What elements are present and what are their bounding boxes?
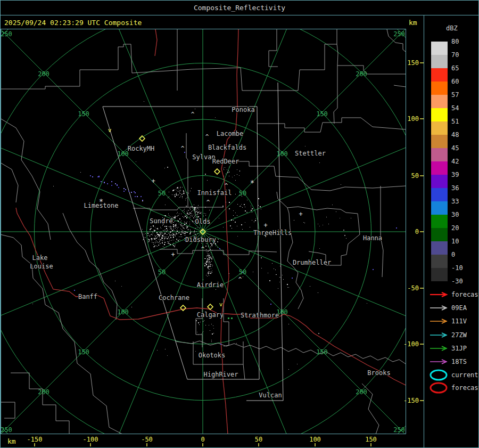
echo-pixel xyxy=(184,238,185,239)
echo-pixel xyxy=(177,213,177,214)
weak-echo-pixel xyxy=(125,189,126,190)
echo-pixel xyxy=(194,233,194,233)
echo-pixel xyxy=(319,226,320,226)
dbz-swatch xyxy=(431,108,448,121)
echo-pixel xyxy=(223,168,224,168)
echo-pixel xyxy=(186,227,187,229)
echo-pixel xyxy=(195,234,196,235)
echo-pixel xyxy=(184,210,184,210)
echo-pixel xyxy=(178,189,179,189)
echo-pixel xyxy=(163,230,163,231)
echo-pixel xyxy=(230,225,231,226)
echo-pixel xyxy=(179,193,180,194)
echo-pixel xyxy=(346,238,346,239)
echo-pixel xyxy=(178,194,179,195)
weak-echo-pixel xyxy=(104,182,105,183)
echo-pixel xyxy=(201,212,202,213)
echo-pixel xyxy=(156,246,156,246)
echo-pixel xyxy=(184,235,185,235)
echo-pixel xyxy=(170,216,170,217)
echo-pixel xyxy=(153,225,154,226)
echo-pixel xyxy=(188,210,188,210)
echo-pixel xyxy=(213,243,214,244)
dbz-swatch xyxy=(431,255,448,268)
ring-distance-label: 150 xyxy=(78,348,89,356)
echo-pixel xyxy=(194,230,195,231)
echo-pixel xyxy=(155,236,156,237)
echo-pixel xyxy=(208,258,208,259)
echo-pixel xyxy=(176,194,177,196)
ring-distance-label: 150 xyxy=(316,348,328,356)
echo-pixel xyxy=(255,220,256,221)
echo-pixel xyxy=(164,238,165,239)
ring-distance-label: 250 xyxy=(393,30,405,38)
echo-pixel xyxy=(209,260,209,261)
echo-pixel xyxy=(176,195,176,196)
echo-pixel xyxy=(176,233,177,234)
caret-marker-icon: ^ xyxy=(238,276,242,283)
echo-pixel xyxy=(209,273,210,273)
echo-pixel xyxy=(169,241,170,241)
legend-ellipse-label: current xyxy=(451,371,478,379)
echo-pixel xyxy=(178,232,179,233)
echo-pixel xyxy=(182,196,183,197)
echo-pixel xyxy=(236,343,237,344)
echo-pixel xyxy=(153,239,153,239)
legend-arrow-label: 27ZW xyxy=(451,331,467,339)
echo-pixel xyxy=(235,180,236,181)
echo-pixel xyxy=(205,214,206,214)
echo-pixel xyxy=(174,229,174,229)
echo-pixel xyxy=(208,260,208,260)
echo-pixel xyxy=(224,169,224,170)
ring-distance-label: 150 xyxy=(78,110,89,118)
echo-pixel xyxy=(167,231,168,231)
echo-pixel xyxy=(197,208,197,208)
echo-pixel xyxy=(207,260,208,261)
echo-pixel xyxy=(205,262,205,263)
echo-pixel xyxy=(209,259,210,260)
echo-pixel xyxy=(195,208,195,208)
echo-pixel xyxy=(176,239,177,240)
echo-pixel xyxy=(204,264,204,264)
echo-pixel xyxy=(218,239,218,239)
echo-pixel xyxy=(210,273,211,274)
echo-pixel xyxy=(170,231,170,232)
echo-pixel xyxy=(142,229,143,230)
echo-pixel xyxy=(207,258,208,259)
echo-pixel xyxy=(145,233,146,234)
echo-pixel xyxy=(229,176,229,176)
echo-pixel xyxy=(152,239,152,240)
weak-echo-dot xyxy=(270,304,271,305)
weak-echo-dot xyxy=(74,290,75,291)
echo-pixel xyxy=(208,259,209,259)
echo-pixel xyxy=(195,213,195,213)
echo-pixel xyxy=(173,222,174,223)
echo-pixel xyxy=(173,224,174,225)
echo-pixel xyxy=(190,230,191,230)
echo-pixel xyxy=(260,206,261,207)
echo-pixel xyxy=(225,167,225,168)
echo-pixel xyxy=(148,241,149,242)
echo-pixel xyxy=(153,247,154,247)
right-axis-tick-label: 50 xyxy=(411,172,419,180)
dbz-swatch xyxy=(431,148,448,161)
echo-pixel xyxy=(159,239,159,240)
right-axis-tick-label: 100 xyxy=(407,115,419,123)
echo-pixel xyxy=(174,240,174,240)
echo-pixel xyxy=(188,214,189,215)
echo-pixel xyxy=(209,264,209,264)
weak-echo-pixel xyxy=(141,196,142,197)
echo-pixel xyxy=(167,167,168,168)
echo-pixel xyxy=(190,191,191,191)
echo-pixel xyxy=(233,220,234,221)
echo-pixel xyxy=(178,221,179,222)
ring-distance-label: 100 xyxy=(117,150,129,158)
echo-pixel xyxy=(152,239,152,239)
echo-pixel xyxy=(288,287,289,288)
echo-pixel xyxy=(340,218,340,218)
echo-pixel xyxy=(208,254,208,255)
echo-pixel xyxy=(279,277,280,278)
weak-echo-dot xyxy=(220,344,221,345)
echo-pixel xyxy=(188,210,189,211)
weak-echo-pixel xyxy=(98,176,100,177)
